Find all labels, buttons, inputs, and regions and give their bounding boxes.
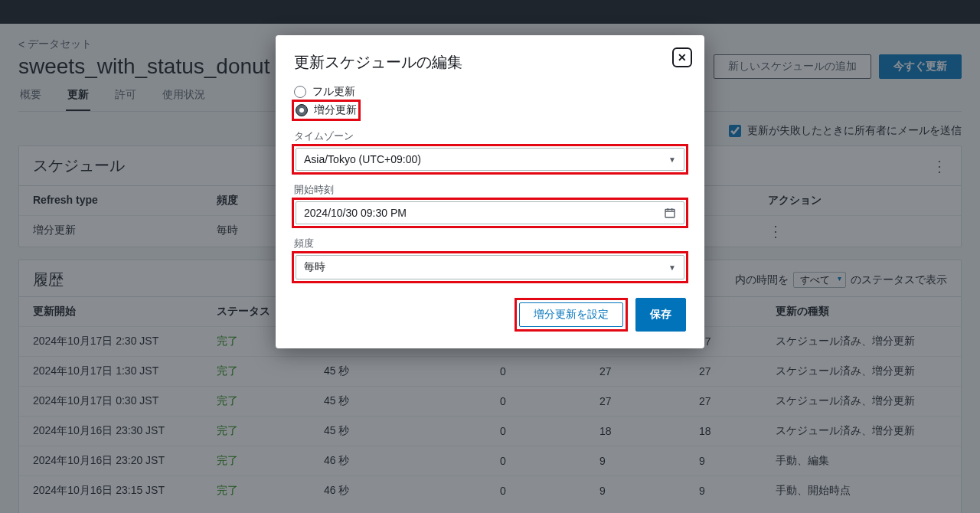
radio-unchecked-icon — [294, 86, 306, 98]
radio-full-refresh[interactable]: フル更新 — [294, 85, 686, 99]
modal-overlay: ✕ 更新スケジュールの編集 フル更新 増分更新 タイムゾーン Asia/Toky… — [0, 0, 980, 513]
radio-full-label: フル更新 — [312, 85, 355, 99]
radio-checked-icon — [296, 104, 308, 116]
frequency-value: 毎時 — [304, 260, 325, 274]
svg-rect-0 — [665, 209, 675, 217]
close-icon[interactable]: ✕ — [672, 47, 692, 67]
radio-incremental-label: 増分更新 — [314, 103, 357, 117]
timezone-select[interactable]: Asia/Tokyo (UTC+09:00) ▼ — [296, 148, 684, 171]
start-time-input[interactable]: 2024/10/30 09:30 PM — [296, 201, 684, 224]
frequency-label: 頻度 — [294, 237, 686, 250]
calendar-icon — [664, 207, 676, 219]
chevron-down-icon: ▼ — [668, 155, 676, 164]
timezone-value: Asia/Tokyo (UTC+09:00) — [304, 153, 421, 165]
frequency-select[interactable]: 毎時 ▼ — [296, 255, 684, 279]
modal-title: 更新スケジュールの編集 — [294, 52, 686, 73]
timezone-label: タイムゾーン — [294, 129, 686, 143]
chevron-down-icon: ▼ — [668, 263, 676, 272]
edit-schedule-modal: ✕ 更新スケジュールの編集 フル更新 増分更新 タイムゾーン Asia/Toky… — [276, 35, 704, 348]
save-button[interactable]: 保存 — [635, 298, 686, 332]
start-time-label: 開始時刻 — [294, 183, 686, 197]
configure-incremental-button[interactable]: 増分更新を設定 — [519, 302, 623, 327]
radio-incremental-refresh[interactable]: 増分更新 — [296, 103, 357, 117]
start-time-value: 2024/10/30 09:30 PM — [304, 207, 407, 219]
